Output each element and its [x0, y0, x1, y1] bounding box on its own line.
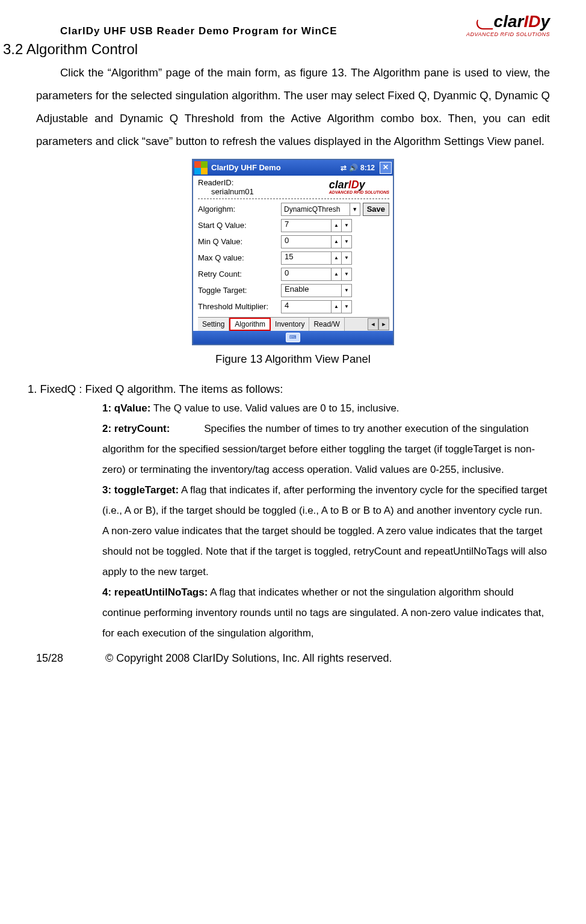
mini-logo-id: ID	[348, 179, 359, 191]
sub-3-label: 3: toggleTarget:	[102, 484, 179, 496]
threshmult-spinner[interactable]: 4 ▲ ▼	[281, 300, 352, 313]
mini-logo-sub: ADVANCED RFID SOLUTIONS	[329, 190, 389, 194]
startq-spinner[interactable]: 7 ▲ ▼	[281, 219, 352, 232]
sub-4-label: 4: repeatUntilNoTags:	[102, 587, 208, 598]
sub-2-label: 2: retryCount:	[102, 423, 170, 434]
chevron-down-icon[interactable]: ▼	[341, 301, 351, 313]
threshmult-value: 4	[282, 301, 331, 313]
logo-subtitle: ADVANCED RFID SOLUTIONS	[466, 31, 550, 37]
maxq-label: Max Q value:	[198, 253, 281, 262]
logo: clarIDy ADVANCED RFID SOLUTIONS	[466, 12, 550, 37]
chevron-down-icon[interactable]: ▼	[341, 285, 351, 297]
minq-label: Min Q Value:	[198, 237, 281, 246]
sub-4: 4: repeatUntilNoTags: A flag that indica…	[102, 582, 550, 644]
chevron-up-icon[interactable]: ▲	[331, 301, 341, 313]
keyboard-icon[interactable]: ⌨	[286, 333, 300, 342]
chevron-down-icon[interactable]: ▼	[341, 268, 351, 280]
wince-window: ClarIDy UHF Demo ⇄ 🔊 8:12 ✕ ReaderID: cl…	[192, 159, 394, 345]
chevron-down-icon[interactable]: ▼	[341, 236, 351, 248]
sub-3-text: A flag that indicates if, after performi…	[102, 484, 547, 578]
algorithm-combo[interactable]: DynamicQThresh ▼	[281, 203, 360, 216]
tab-algorithm[interactable]: Algorithm	[229, 318, 271, 331]
logo-clar: clar	[494, 12, 524, 31]
threshmult-label: Threshold Multiplier:	[198, 302, 281, 311]
maxq-spinner[interactable]: 15 ▲ ▼	[281, 251, 352, 265]
toggle-label: Toggle Target:	[198, 286, 281, 295]
tab-inventory[interactable]: Inventory	[271, 318, 309, 331]
clock: 8:12	[360, 164, 375, 172]
toggle-combo[interactable]: Enable ▼	[281, 284, 352, 297]
tab-strip: Setting Algorithm Inventory Read/W ◄ ►	[198, 317, 389, 331]
algorithm-combo-value: DynamicQThresh	[282, 205, 350, 214]
separator	[198, 199, 389, 199]
section-heading: 3.2 Algorithm Control	[3, 41, 550, 58]
sub-1-text: The Q value to use. Valid values are 0 t…	[150, 402, 399, 414]
chevron-up-icon[interactable]: ▲	[331, 252, 341, 264]
chevron-up-icon[interactable]: ▲	[331, 236, 341, 248]
retry-spinner[interactable]: 0 ▲ ▼	[281, 268, 352, 281]
logo-id: ID	[523, 12, 540, 31]
sub-1-label: 1: qValue:	[102, 402, 150, 414]
tab-scroll-left-icon[interactable]: ◄	[368, 318, 378, 330]
retry-label: Retry Count:	[198, 270, 281, 279]
footer: 15/28 © Copyright 2008 ClarIDy Solutions…	[36, 652, 550, 665]
doc-title: ClarIDy UHF USB Reader Demo Program for …	[60, 25, 337, 37]
startq-label: Start Q Value:	[198, 221, 281, 230]
sub-3: 3: toggleTarget: A flag that indicates i…	[102, 480, 550, 582]
sub-2: 2: retryCount: Specifies the number of t…	[102, 419, 550, 480]
tab-setting[interactable]: Setting	[198, 318, 229, 331]
startq-value: 7	[282, 220, 331, 232]
mini-logo-y: y	[359, 179, 365, 191]
figure-caption: Figure 13 Algorithm View Panel	[36, 353, 550, 366]
minq-value: 0	[282, 236, 331, 248]
tab-scroll-right-icon[interactable]: ►	[378, 318, 389, 330]
mini-logo-clar: clar	[329, 179, 348, 191]
chevron-down-icon[interactable]: ▼	[341, 220, 351, 232]
titlebar: ClarIDy UHF Demo ⇄ 🔊 8:12 ✕	[193, 160, 393, 176]
window-title: ClarIDy UHF Demo	[210, 163, 341, 172]
save-button[interactable]: Save	[363, 203, 389, 216]
swoosh-icon	[473, 20, 496, 29]
algorithm-label: Algorighm:	[198, 205, 281, 214]
chevron-down-icon[interactable]: ▼	[341, 252, 351, 264]
taskbar: ⌨	[193, 331, 393, 344]
mini-logo: clarIDy ADVANCED RFID SOLUTIONS	[329, 179, 389, 194]
connectivity-icon[interactable]: ⇄	[341, 164, 347, 172]
page-number: 15/28	[36, 652, 102, 665]
volume-icon[interactable]: 🔊	[349, 164, 358, 172]
sub-1: 1: qValue: The Q value to use. Valid val…	[102, 398, 550, 419]
chevron-up-icon[interactable]: ▲	[331, 220, 341, 232]
list-item-1: 1. FixedQ : Fixed Q algorithm. The items…	[28, 383, 550, 396]
close-button[interactable]: ✕	[380, 162, 392, 174]
retry-value: 0	[282, 268, 331, 280]
copyright: © Copyright 2008 ClarIDy Solutions, Inc.…	[105, 652, 392, 664]
logo-y: y	[540, 12, 550, 31]
toggle-value: Enable	[282, 285, 341, 297]
minq-spinner[interactable]: 0 ▲ ▼	[281, 235, 352, 248]
intro-paragraph: Click the “Algorithm” page of the main f…	[36, 61, 550, 153]
maxq-value: 15	[282, 252, 331, 264]
chevron-up-icon[interactable]: ▲	[331, 268, 341, 280]
tab-readwrite[interactable]: Read/W	[309, 318, 344, 331]
start-icon[interactable]	[194, 161, 208, 174]
chevron-down-icon[interactable]: ▼	[350, 203, 360, 215]
